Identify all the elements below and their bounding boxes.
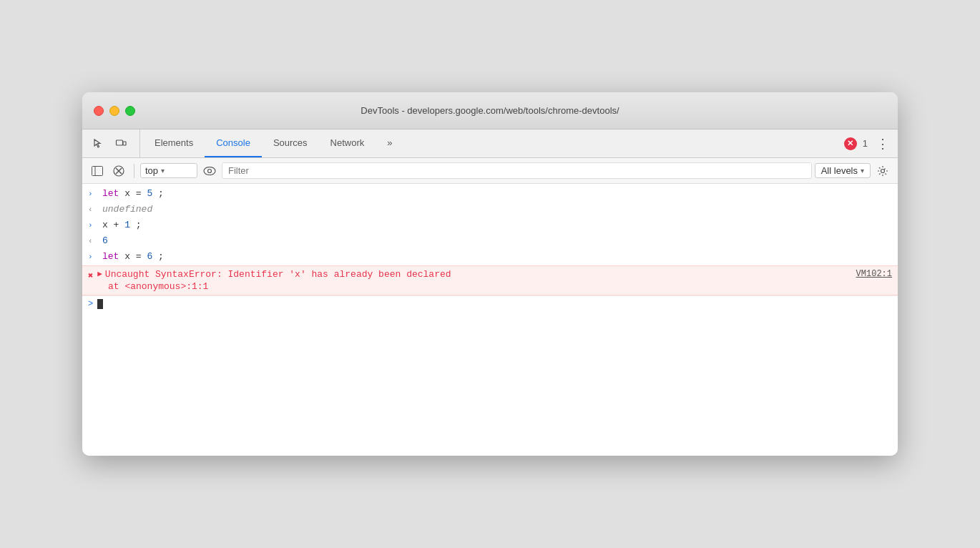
tab-bar: Elements Console Sources Network » ✕ 1 ⋮ (82, 129, 898, 158)
live-expressions-icon[interactable] (200, 162, 219, 180)
error-main-row: ✖ ▶ Uncaught SyntaxError: Identifier 'x'… (88, 269, 892, 281)
select-element-icon[interactable] (88, 134, 108, 154)
prompt-arrow: > (88, 299, 93, 309)
svg-rect-2 (92, 166, 103, 175)
level-label: All levels (821, 165, 858, 176)
tab-sources[interactable]: Sources (262, 129, 319, 157)
log-level-selector[interactable]: All levels ▾ (815, 163, 871, 178)
error-expand-icon[interactable]: ▶ (97, 269, 102, 278)
console-line-2: ‹ undefined (82, 202, 898, 218)
traffic-lights (94, 106, 135, 116)
tab-more[interactable]: » (376, 129, 403, 157)
tab-console[interactable]: Console (205, 129, 262, 157)
svg-rect-1 (123, 142, 126, 145)
error-count: 1 (863, 138, 868, 149)
console-line-3: › x + 1 ; (82, 218, 898, 234)
input-arrow-1: › (88, 188, 98, 198)
title-bar: DevTools - developers.google.com/web/too… (82, 92, 898, 129)
filter-input[interactable] (222, 162, 812, 179)
more-menu-icon[interactable]: ⋮ (873, 136, 892, 152)
devtools-window: DevTools - developers.google.com/web/too… (82, 92, 898, 456)
console-line-1: › let x = 5 ; (82, 187, 898, 202)
error-stack: at <anonymous>:1:1 (88, 281, 208, 292)
console-output: › let x = 5 ; ‹ undefined › x + 1 ; (82, 184, 898, 456)
svg-rect-0 (117, 140, 123, 145)
tab-bar-left-icons (88, 129, 140, 157)
window-title: DevTools - developers.google.com/web/too… (361, 105, 619, 116)
line-content-5: let x = 6 ; (102, 251, 892, 262)
console-input-line[interactable]: > (82, 295, 898, 312)
console-toolbar: top ▾ All levels ▾ (82, 158, 898, 184)
console-line-4: ‹ 6 (82, 234, 898, 250)
clear-console-icon[interactable] (109, 162, 128, 180)
console-settings-icon[interactable] (873, 162, 892, 180)
error-circle-icon: ✖ (88, 269, 93, 281)
input-arrow-3: › (88, 220, 98, 230)
context-value: top (145, 165, 158, 176)
close-button[interactable] (94, 106, 104, 116)
console-line-5: › let x = 6 ; (82, 250, 898, 265)
error-x-icon: ✕ (847, 139, 853, 148)
kw-let-1: let (102, 188, 119, 199)
minimize-button[interactable] (109, 106, 119, 116)
context-dropdown-arrow: ▾ (161, 167, 165, 175)
context-selector[interactable]: top ▾ (140, 163, 197, 178)
input-arrow-5: › (88, 251, 98, 261)
sidebar-toggle-icon[interactable] (88, 162, 107, 180)
tabs: Elements Console Sources Network » (143, 129, 838, 157)
device-toggle-icon[interactable] (111, 134, 131, 154)
output-arrow-2: ‹ (88, 204, 98, 214)
error-message: Uncaught SyntaxError: Identifier 'x' has… (105, 269, 451, 280)
line-content-1: let x = 5 ; (102, 188, 892, 199)
level-dropdown-arrow: ▾ (861, 167, 864, 175)
tab-bar-right: ✕ 1 ⋮ (838, 129, 892, 157)
error-line: ✖ ▶ Uncaught SyntaxError: Identifier 'x'… (82, 265, 898, 295)
line-content-4: 6 (102, 235, 892, 246)
error-location[interactable]: VM102:1 (856, 269, 892, 279)
maximize-button[interactable] (125, 106, 135, 116)
svg-point-7 (204, 167, 215, 175)
tab-network[interactable]: Network (319, 129, 376, 157)
tab-elements[interactable]: Elements (143, 129, 205, 157)
toolbar-divider-1 (134, 164, 134, 178)
output-arrow-4: ‹ (88, 235, 98, 245)
line-content-2: undefined (102, 204, 892, 215)
svg-point-8 (208, 169, 212, 172)
line-content-3: x + 1 ; (102, 220, 892, 230)
svg-point-9 (881, 169, 885, 172)
error-badge: ✕ (844, 137, 857, 150)
text-cursor (97, 299, 103, 309)
